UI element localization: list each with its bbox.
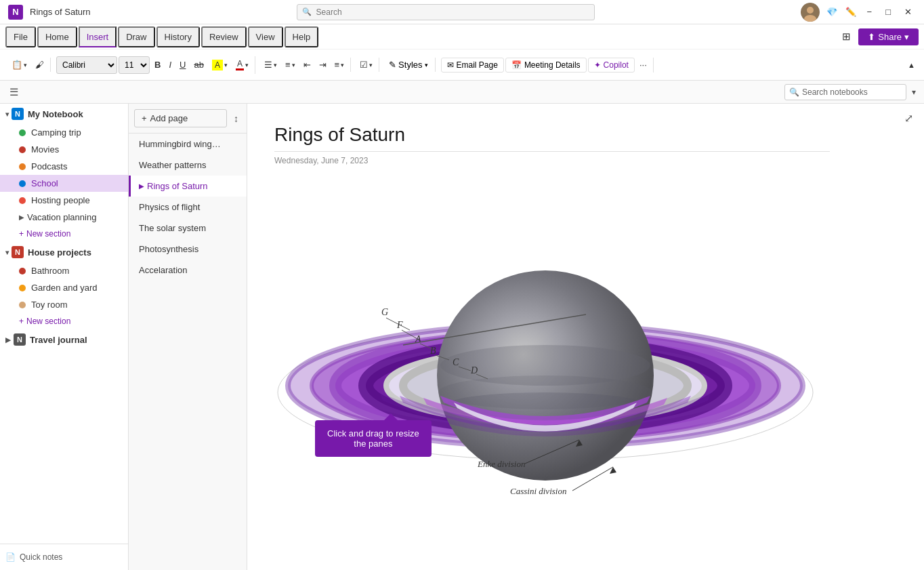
- tab-draw[interactable]: Draw: [118, 26, 154, 47]
- styles-group: ✎ Styles ▾: [382, 58, 435, 72]
- font-family-select[interactable]: Calibri Arial Times New Roman: [56, 56, 117, 74]
- svg-text:D: D: [470, 365, 478, 375]
- strikethrough-button[interactable]: ab: [190, 58, 207, 72]
- notebook-group-my-notebook: ▾ N My Notebook Camping trip Movies Podc…: [0, 104, 128, 242]
- sidebar-item-label: Movies: [31, 144, 59, 155]
- fullscreen-button[interactable]: ⊞: [839, 28, 854, 45]
- page-item-hummingbird[interactable]: Hummingbird wing…: [129, 134, 247, 155]
- title-bar: N Rings of Saturn 🔍 💎 ✏️ − □ ✕: [0, 0, 924, 24]
- sidebar-item-movies[interactable]: Movies: [0, 141, 128, 158]
- svg-text:C: C: [453, 357, 459, 367]
- pen-icon[interactable]: ✏️: [844, 5, 858, 18]
- page-title-label: Accelaration: [139, 265, 188, 275]
- copilot-button[interactable]: ✦ Copilot: [588, 58, 635, 73]
- house-projects-label: House projects: [28, 247, 91, 258]
- sidebar-item-podcasts[interactable]: Podcasts: [0, 158, 128, 175]
- new-section-label: New section: [26, 317, 70, 326]
- notebook-group-house-projects: ▾ N House projects Bathroom Garden and y…: [0, 242, 128, 329]
- align-button[interactable]: ≡ ▾: [331, 58, 348, 72]
- notebook-header-house-projects[interactable]: ▾ N House projects: [0, 242, 128, 262]
- sort-button[interactable]: ↕: [231, 110, 241, 127]
- sidebar-item-label: Hosting people: [31, 195, 90, 205]
- new-section-button-my-notebook[interactable]: + New section: [0, 226, 128, 242]
- notebook-group-travel-journal: ▶ N Travel journal: [0, 329, 128, 350]
- more-button[interactable]: ···: [636, 58, 650, 72]
- copilot-label: Copilot: [604, 60, 629, 70]
- clipboard-group: 📋 ▾ 🖌: [5, 58, 51, 72]
- notebooks-search-button[interactable]: 🔍 Search notebooks: [784, 84, 906, 100]
- sidebar-item-label: Vacation planning: [27, 212, 96, 222]
- tab-help[interactable]: Help: [285, 26, 319, 47]
- bold-button[interactable]: B: [151, 58, 164, 72]
- ribbon-tabs: File Home Insert Draw History Review Vie…: [0, 24, 924, 49]
- styles-button[interactable]: ✎ Styles ▾: [385, 58, 432, 72]
- page-item-weather[interactable]: Weather patterns: [129, 155, 247, 176]
- outdent-button[interactable]: ⇤: [300, 58, 314, 72]
- minimize-button[interactable]: −: [863, 4, 877, 20]
- avatar[interactable]: [801, 3, 820, 22]
- hamburger-button[interactable]: ☰: [5, 83, 22, 101]
- command-bar-right: 🔍 Search notebooks ▾: [784, 84, 919, 100]
- bullets-button[interactable]: ☰ ▾: [261, 58, 280, 72]
- plus-icon: +: [19, 317, 24, 326]
- share-button[interactable]: ⬆ Share ▾: [858, 28, 919, 45]
- gem-icon[interactable]: 💎: [825, 5, 839, 18]
- page-item-photosynthesis[interactable]: Photosynthesis: [129, 239, 247, 260]
- notebook-header-my-notebook[interactable]: ▾ N My Notebook: [0, 104, 128, 124]
- page-item-acceleration[interactable]: Accelaration: [129, 260, 247, 281]
- sidebar-item-camping-trip[interactable]: Camping trip: [0, 124, 128, 141]
- checkbox-button[interactable]: ☑ ▾: [356, 58, 376, 72]
- italic-button[interactable]: I: [165, 58, 175, 72]
- command-bar-left: ☰: [5, 83, 22, 101]
- tab-home[interactable]: Home: [37, 26, 77, 47]
- chevron-down-icon: ▾: [5, 110, 9, 118]
- page-item-solar-system[interactable]: The solar system: [129, 218, 247, 239]
- sidebar-item-school[interactable]: School: [0, 175, 128, 192]
- search-input[interactable]: [297, 4, 595, 20]
- sidebar-item-garden[interactable]: Garden and yard: [0, 279, 128, 296]
- underline-button[interactable]: U: [176, 58, 189, 72]
- expand-content-button[interactable]: ⤢: [902, 109, 916, 127]
- page-title-label: Physics of flight: [139, 202, 200, 212]
- quick-notes-button[interactable]: 📄 Quick notes: [0, 544, 128, 570]
- meeting-details-button[interactable]: 📅 Meeting Details: [505, 58, 587, 73]
- share-label: Share: [878, 32, 902, 42]
- new-section-label: New section: [26, 229, 70, 239]
- chevron-right-icon: ▶: [5, 336, 11, 344]
- paste-format-button[interactable]: 🖌: [32, 58, 47, 72]
- sidebar-item-bathroom[interactable]: Bathroom: [0, 262, 128, 279]
- sidebar-item-vacation-planning[interactable]: ▶ Vacation planning: [0, 209, 128, 226]
- tab-history[interactable]: History: [156, 26, 200, 47]
- font-size-select[interactable]: 11 12 14 16: [119, 56, 150, 74]
- collapse-ribbon-button[interactable]: ▲: [904, 59, 919, 71]
- clipboard-button[interactable]: 📋 ▾: [8, 58, 30, 72]
- tab-view[interactable]: View: [248, 26, 283, 47]
- tab-file[interactable]: File: [5, 26, 36, 47]
- align-icon: ≡: [335, 60, 340, 70]
- notebook-header-travel-journal[interactable]: ▶ N Travel journal: [0, 329, 128, 350]
- expand-notebooks-button[interactable]: ▾: [909, 86, 919, 98]
- search-wrapper: 🔍: [297, 4, 595, 20]
- sidebar-item-toy-room[interactable]: Toy room: [0, 296, 128, 313]
- maximize-button[interactable]: □: [881, 4, 895, 20]
- tooltip-text: Click and drag to resizethe panes: [327, 428, 419, 449]
- add-page-button[interactable]: + Add page: [134, 109, 227, 127]
- page-item-physics[interactable]: Physics of flight: [129, 197, 247, 218]
- highlight-button[interactable]: A ▾: [209, 58, 231, 73]
- new-section-button-house-projects[interactable]: + New section: [0, 313, 128, 329]
- font-color-button[interactable]: A ▾: [232, 57, 252, 73]
- travel-journal-icon: N: [14, 333, 26, 346]
- page-item-rings-of-saturn[interactable]: ▶ Rings of Saturn: [129, 176, 247, 197]
- numbering-button[interactable]: ≡ ▾: [282, 58, 299, 72]
- indent-button[interactable]: ⇥: [316, 58, 330, 72]
- tab-review[interactable]: Review: [201, 26, 247, 47]
- close-button[interactable]: ✕: [900, 4, 916, 20]
- email-page-button[interactable]: ✉ Email Page: [441, 58, 504, 73]
- sidebar-item-hosting-people[interactable]: Hosting people: [0, 192, 128, 209]
- tab-insert[interactable]: Insert: [79, 26, 117, 47]
- page-title: Rings of Saturn: [274, 124, 830, 152]
- email-page-label: Email Page: [457, 60, 498, 70]
- sidebar-item-label: Podcasts: [31, 161, 67, 171]
- house-projects-icon: N: [12, 246, 24, 258]
- sidebar: ▾ N My Notebook Camping trip Movies Podc…: [0, 104, 129, 570]
